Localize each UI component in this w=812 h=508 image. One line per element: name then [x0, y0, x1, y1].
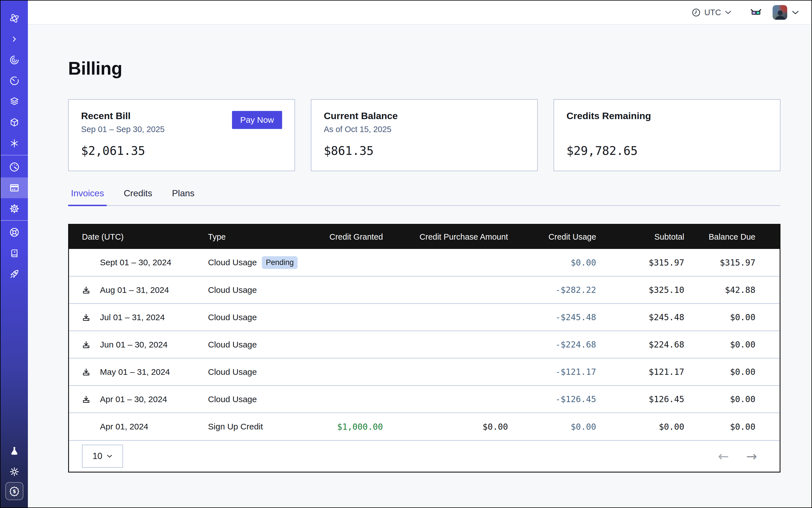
page-size-value: 10: [93, 451, 102, 461]
glasses-icon: [750, 9, 762, 16]
credit-usage: -$126.45: [510, 385, 598, 413]
balance-due: $0.00: [686, 413, 780, 440]
credit-granted: [320, 385, 385, 413]
support-lifebuoy-icon[interactable]: [1, 222, 28, 243]
col-subtotal: Subtotal: [598, 225, 686, 249]
download-invoice-icon[interactable]: [82, 286, 90, 294]
credit-purchase-amount: [385, 385, 510, 413]
invoices-table: Date (UTC) Type Credit Granted Credit Pu…: [69, 225, 780, 440]
credits-badge-button[interactable]: $: [5, 482, 24, 500]
pay-now-button[interactable]: Pay Now: [232, 111, 282, 129]
credit-granted: [320, 358, 385, 385]
billing-period: Sep 01 – Sep 30, 2025: [81, 125, 165, 135]
previous-page-button[interactable]: ←: [718, 450, 729, 463]
invoice-date: Sept 01 – 30, 2024: [100, 258, 171, 267]
next-page-button[interactable]: →: [746, 450, 757, 463]
invoice-type: Sign Up Credit: [208, 422, 263, 431]
balance-due: $0.00: [686, 331, 780, 358]
timezone-selector[interactable]: UTC: [692, 8, 731, 17]
collapse-chevron-right-icon[interactable]: [1, 29, 28, 50]
asterisk-icon[interactable]: [1, 133, 28, 154]
balance-due: $0.00: [686, 358, 780, 385]
balance-due: $315.97: [686, 249, 780, 276]
timer-icon[interactable]: [1, 71, 28, 91]
tab-invoices[interactable]: Invoices: [68, 188, 107, 206]
invoice-date: May 01 – 31, 2024: [100, 367, 170, 377]
credit-usage: -$121.17: [510, 358, 598, 385]
account-menu-button[interactable]: [792, 10, 799, 15]
sidebar-divider: [1, 155, 28, 156]
recent-bill-amount: $2,061.35: [81, 144, 282, 158]
pager: ← →: [718, 450, 757, 463]
view-glasses-button[interactable]: [750, 9, 762, 16]
invoice-type: Cloud Usage: [208, 258, 257, 267]
credits-remaining-card: Credits Remaining $29,782.65: [554, 99, 780, 171]
tab-credits[interactable]: Credits: [121, 188, 155, 205]
table-row: May 01 – 31, 2024 Cloud Usage -$121.17 $…: [69, 358, 780, 385]
credit-granted: [320, 331, 385, 358]
credit-granted: [320, 276, 385, 304]
credit-purchase-amount: $0.00: [385, 413, 510, 440]
card-title: Current Balance: [324, 111, 398, 121]
labs-flask-icon[interactable]: [1, 440, 28, 461]
download-invoice-icon[interactable]: [82, 340, 90, 349]
docs-book-icon[interactable]: [1, 243, 28, 263]
table-row: Sept 01 – 30, 2024 Cloud UsagePending $0…: [69, 249, 780, 276]
sidebar: $: [1, 1, 28, 507]
settings-gear-icon[interactable]: [1, 198, 28, 219]
balance-due: $0.00: [686, 385, 780, 413]
rocket-icon[interactable]: [1, 263, 28, 285]
invoice-type: Cloud Usage: [208, 312, 257, 322]
invoice-type: Cloud Usage: [208, 285, 257, 295]
sidebar-item-billing[interactable]: [1, 177, 28, 198]
balance-due: $42.88: [686, 276, 780, 304]
status-badge: Pending: [262, 256, 298, 269]
invoices-table-card: Date (UTC) Type Credit Granted Credit Pu…: [68, 224, 780, 472]
svg-text:$: $: [12, 488, 16, 494]
credit-granted: [320, 249, 385, 276]
subtotal: $224.68: [598, 331, 686, 358]
table-header-row: Date (UTC) Type Credit Granted Credit Pu…: [69, 225, 780, 249]
page-title: Billing: [68, 58, 780, 79]
table-row: Apr 01, 2024 Sign Up Credit $1,000.00 $0…: [69, 413, 780, 440]
cube-icon[interactable]: [1, 112, 28, 133]
tab-plans[interactable]: Plans: [169, 188, 197, 205]
subtotal: $0.00: [598, 413, 686, 440]
subtotal: $315.97: [598, 249, 686, 276]
invoice-type: Cloud Usage: [208, 394, 257, 404]
invoice-type: Cloud Usage: [208, 367, 257, 377]
col-date: Date (UTC): [69, 225, 196, 249]
balance-as-of: As of Oct 15, 2025: [324, 125, 398, 135]
table-footer: 10 ← →: [69, 440, 780, 472]
page-size-select[interactable]: 10: [82, 444, 123, 468]
col-credit-purchase-amount: Credit Purchase Amount: [385, 225, 510, 249]
card-title: Recent Bill: [81, 111, 165, 121]
credit-purchase-amount: [385, 304, 510, 331]
credit-usage: $0.00: [510, 413, 598, 440]
user-avatar[interactable]: [773, 5, 787, 20]
usage-gauge-icon[interactable]: [1, 157, 28, 177]
download-invoice-icon[interactable]: [82, 368, 90, 376]
sidebar-divider: [1, 220, 28, 221]
download-invoice-icon[interactable]: [82, 395, 90, 404]
timezone-label: UTC: [704, 8, 721, 17]
credit-usage: -$282.22: [510, 276, 598, 304]
billing-tabs: Invoices Credits Plans: [68, 188, 780, 206]
subtotal: $325.10: [598, 276, 686, 304]
table-row: Jul 01 – 31, 2024 Cloud Usage -$245.48 $…: [69, 304, 780, 331]
invoice-type: Cloud Usage: [208, 340, 257, 349]
subtotal: $245.48: [598, 304, 686, 331]
credit-granted: $1,000.00: [320, 413, 385, 440]
observe-spiral-icon[interactable]: [1, 50, 28, 71]
col-type: Type: [196, 225, 320, 249]
logo-orbit-icon[interactable]: [1, 8, 28, 29]
credits-remaining-amount: $29,782.65: [566, 144, 768, 158]
balance-due: $0.00: [686, 304, 780, 331]
layers-icon[interactable]: [1, 91, 28, 112]
card-subtitle-spacer: [566, 125, 651, 135]
credit-granted: [320, 304, 385, 331]
download-invoice-icon[interactable]: [82, 313, 90, 322]
card-title: Credits Remaining: [566, 111, 651, 121]
theme-sun-icon[interactable]: [1, 461, 28, 482]
credit-usage: -$224.68: [510, 331, 598, 358]
